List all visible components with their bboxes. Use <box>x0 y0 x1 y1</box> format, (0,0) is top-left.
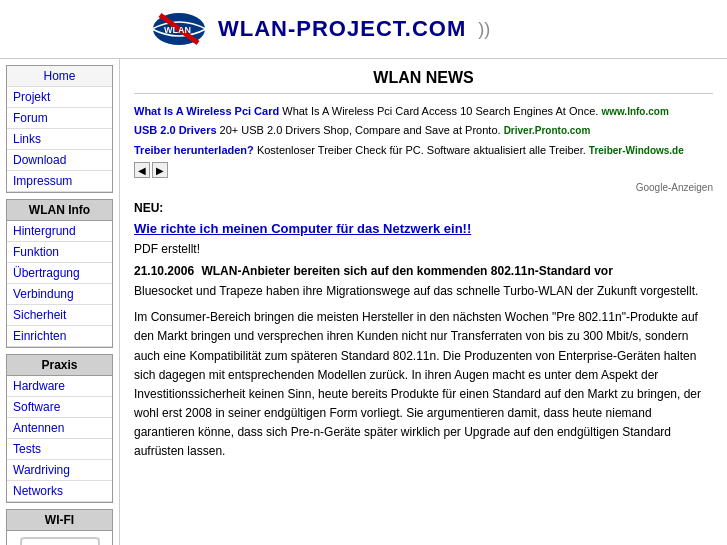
sidebar-links-link[interactable]: Links <box>7 129 112 150</box>
sidebar-networks[interactable]: Networks <box>7 481 112 502</box>
ad-url-1[interactable]: Driver.Pronto.com <box>504 125 591 136</box>
article2-body: Im Consumer-Bereich bringen die meisten … <box>134 308 713 462</box>
wifi-badge-container: Wi-Fi The Standard for Wireless Fidelity <box>7 531 112 545</box>
wifi-badge: Wi-Fi The Standard for Wireless Fidelity <box>20 537 100 545</box>
article2-date: 21.10.2006 <box>134 264 194 278</box>
sidebar-home-link[interactable]: Home <box>7 66 112 87</box>
logo-area: WLAN WLAN-PROJECT.COM )) <box>150 10 490 48</box>
wifi-section: WI-FI Wi-Fi The Standard for <box>6 509 113 545</box>
wifi-waves-icon: )) <box>478 19 490 40</box>
article1: Wie richte ich meinen Computer für das N… <box>134 221 713 256</box>
sidebar-tests[interactable]: Tests <box>7 439 112 460</box>
sidebar-forum-link[interactable]: Forum <box>7 108 112 129</box>
main-layout: Home Projekt Forum Links Download Impres… <box>0 59 727 545</box>
sidebar-software[interactable]: Software <box>7 397 112 418</box>
ad-item-0: What Is A Wireless Pci Card What Is A Wi… <box>134 104 713 119</box>
article2-date-title: 21.10.2006 WLAN-Anbieter bereiten sich a… <box>134 264 713 278</box>
google-label: Google-Anzeigen <box>134 182 713 193</box>
sidebar-download-link[interactable]: Download <box>7 150 112 171</box>
ad-prev-button[interactable]: ◀ <box>134 162 150 178</box>
article1-title[interactable]: Wie richte ich meinen Computer für das N… <box>134 221 713 236</box>
sidebar-wardriving[interactable]: Wardriving <box>7 460 112 481</box>
main-title: WLAN NEWS <box>134 69 713 94</box>
article2: 21.10.2006 WLAN-Anbieter bereiten sich a… <box>134 264 713 462</box>
sidebar-sicherheit[interactable]: Sicherheit <box>7 305 112 326</box>
sidebar-impressum-link[interactable]: Impressum <box>7 171 112 192</box>
sidebar-verbindung[interactable]: Verbindung <box>7 284 112 305</box>
header: WLAN WLAN-PROJECT.COM )) <box>0 0 727 59</box>
page-wrapper: WLAN WLAN-PROJECT.COM )) Home Projekt Fo… <box>0 0 727 545</box>
sidebar-einrichten[interactable]: Einrichten <box>7 326 112 347</box>
ad-desc-0: What Is A Wireless Pci Card Access 10 Se… <box>282 105 598 117</box>
sidebar-antennen[interactable]: Antennen <box>7 418 112 439</box>
ad-desc-1: 20+ USB 2.0 Drivers Shop, Compare and Sa… <box>220 124 501 136</box>
ad-item-1: USB 2.0 Drivers 20+ USB 2.0 Drivers Shop… <box>134 123 713 138</box>
praxis-header: Praxis <box>7 355 112 376</box>
ad-desc-2: Kostenloser Treiber Check für PC. Softwa… <box>257 144 586 156</box>
praxis-section: Praxis Hardware Software Antennen Tests … <box>6 354 113 503</box>
ad-item-2: Treiber herunterladen? Kostenloser Treib… <box>134 143 713 158</box>
neu-label: NEU: <box>134 201 713 215</box>
article2-intro: Bluesocket und Trapeze haben ihre Migrat… <box>134 282 713 300</box>
main-content: WLAN NEWS What Is A Wireless Pci Card Wh… <box>120 59 727 545</box>
sidebar-hardware[interactable]: Hardware <box>7 376 112 397</box>
sidebar: Home Projekt Forum Links Download Impres… <box>0 59 120 545</box>
article2-title: WLAN-Anbieter bereiten sich auf den komm… <box>201 264 612 278</box>
wifi-header: WI-FI <box>7 510 112 531</box>
home-section: Home Projekt Forum Links Download Impres… <box>6 65 113 193</box>
logo-icon: WLAN <box>150 10 208 48</box>
ads-section: What Is A Wireless Pci Card What Is A Wi… <box>134 104 713 193</box>
wlan-info-header: WLAN Info <box>7 200 112 221</box>
ad-link-1[interactable]: USB 2.0 Drivers <box>134 124 217 136</box>
ad-url-2[interactable]: Treiber-Windows.de <box>589 145 684 156</box>
svg-text:WLAN: WLAN <box>164 25 191 35</box>
ad-url-0[interactable]: www.Info.com <box>601 106 668 117</box>
wlan-info-section: WLAN Info Hintergrund Funktion Übertragu… <box>6 199 113 348</box>
sidebar-projekt-link[interactable]: Projekt <box>7 87 112 108</box>
article1-sub: PDF erstellt! <box>134 242 713 256</box>
ad-link-0[interactable]: What Is A Wireless Pci Card <box>134 105 279 117</box>
ad-next-button[interactable]: ▶ <box>152 162 168 178</box>
sidebar-uebertragung[interactable]: Übertragung <box>7 263 112 284</box>
sidebar-funktion[interactable]: Funktion <box>7 242 112 263</box>
ad-link-2[interactable]: Treiber herunterladen? <box>134 144 254 156</box>
logo-text: WLAN-PROJECT.COM <box>218 16 466 42</box>
ad-navigation: ◀ ▶ <box>134 162 713 178</box>
sidebar-hintergrund[interactable]: Hintergrund <box>7 221 112 242</box>
